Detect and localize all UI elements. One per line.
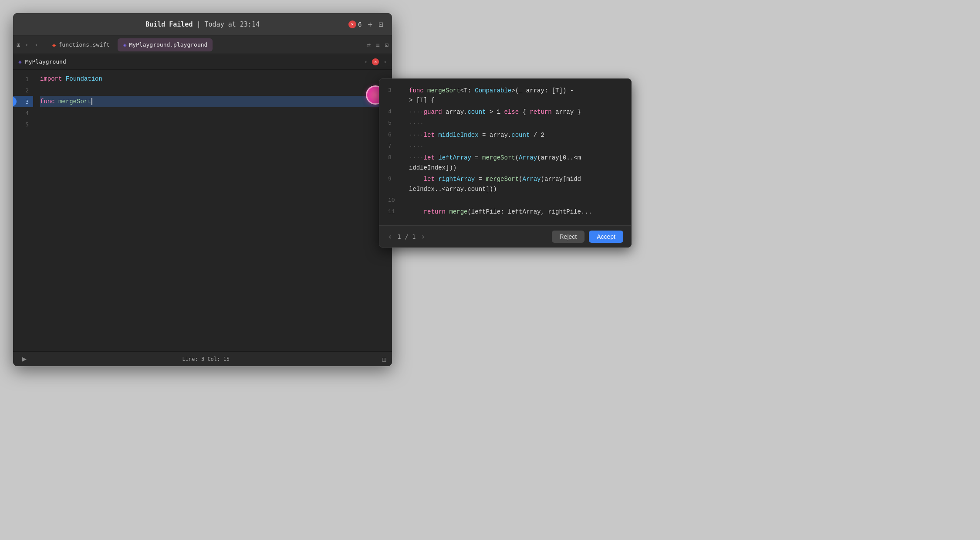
swift-file-icon: ◈ (52, 41, 56, 48)
title-bar: Build Failed | Today at 23:14 ✕ 6 + ⊡ (13, 13, 392, 36)
suggestion-prev-button[interactable]: ‹ (387, 231, 393, 242)
title-separator: | (196, 20, 204, 28)
code-line-4 (40, 107, 385, 119)
line-num-5: 5 (13, 119, 33, 130)
line-numbers: 1 2 3 ▶ 4 5 (13, 70, 33, 351)
split-view-icon[interactable]: ⊡ (378, 20, 383, 29)
sugg-line-4: 4 ····guard array.count > 1 else { retur… (388, 107, 622, 117)
sugg-linenum-11: 11 (388, 207, 401, 217)
line-num-3: 3 ▶ (13, 96, 33, 107)
tab-bar-right: ⇄ ≡ ⊡ (367, 41, 389, 48)
sugg-code-8: ····let leftArray = mergeSort(Array(arra… (409, 153, 581, 173)
run-line-indicator[interactable]: ▶ (13, 97, 17, 106)
cursor-position: Line: 3 Col: 15 (182, 356, 230, 362)
status-run-button[interactable]: ▶ (19, 354, 30, 364)
sugg-code-7: ···· (409, 142, 424, 151)
split-editor-icon[interactable]: ⊡ (385, 41, 389, 48)
sugg-code-3: func mergeSort<T: Comparable>(_ array: [… (409, 86, 574, 105)
sugg-linenum-10: 10 (388, 196, 401, 205)
sugg-code-5: ···· (409, 119, 424, 128)
sugg-line-7: 7 ···· (388, 142, 622, 151)
code-editor[interactable]: import Foundation func mergeSort (33, 70, 392, 351)
path-nav-forward[interactable]: › (383, 58, 387, 65)
editor-content: 1 2 3 ▶ 4 5 import Foundation func merge… (13, 70, 392, 351)
tab-bar-left: ⊞ ‹ › (17, 41, 39, 49)
tab-bar: ⊞ ‹ › ◈ functions.swift ◈ MyPlayground.p… (13, 36, 392, 54)
playground-file-icon: ◈ (123, 41, 126, 48)
sugg-code-4: ····guard array.count > 1 else { return … (409, 107, 581, 117)
suggestion-navigation: ‹ 1 / 1 › (387, 231, 426, 242)
file-path-controls: ‹ ✕ › (364, 58, 387, 65)
code-line-5 (40, 119, 385, 130)
close-file-button[interactable]: ✕ (372, 58, 379, 65)
list-icon[interactable]: ≡ (376, 41, 379, 48)
sugg-linenum-8: 8 (388, 153, 401, 163)
error-icon: ✕ (348, 20, 356, 28)
line-num-2: 2 (13, 85, 33, 96)
tab-functions-swift-label: functions.swift (59, 41, 110, 48)
keyword-func: func (40, 98, 55, 105)
tab-functions-swift[interactable]: ◈ functions.swift (47, 38, 115, 51)
sugg-linenum-4: 4 (388, 107, 401, 117)
line-num-4: 4 (13, 107, 33, 119)
sugg-linenum-9: 9 (388, 174, 401, 184)
grid-icon[interactable]: ⊞ (17, 41, 20, 48)
error-badge: ✕ 6 (348, 20, 362, 28)
sugg-linenum-6: 6 (388, 130, 401, 140)
suggestion-pagination: 1 / 1 (397, 233, 416, 240)
status-settings-icon[interactable]: ◫ (382, 356, 386, 363)
path-nav-back[interactable]: ‹ (364, 58, 368, 65)
suggestion-next-button[interactable]: › (420, 231, 426, 242)
title-bar-controls: ✕ 6 + ⊡ (348, 20, 383, 29)
text-cursor (91, 98, 92, 105)
keyword-import: import (40, 75, 62, 82)
tab-myplayground[interactable]: ◈ MyPlayground.playground (118, 38, 213, 51)
suggestion-popup: 3 func mergeSort<T: Comparable>(_ array:… (379, 78, 632, 248)
build-status: Build Failed (145, 20, 193, 28)
refresh-icon[interactable]: ⇄ (367, 41, 371, 48)
type-foundation: Foundation (66, 75, 102, 82)
suggestion-code-area: 3 func mergeSort<T: Comparable>(_ array:… (379, 79, 631, 225)
sugg-line-11: 11 return merge(leftPile: leftArray, rig… (388, 207, 622, 217)
suggestion-footer: ‹ 1 / 1 › Reject Accept (379, 225, 631, 247)
xcode-window: Build Failed | Today at 23:14 ✕ 6 + ⊡ ⊞ … (13, 13, 392, 366)
sugg-line-10: 10 (388, 196, 622, 205)
code-line-3: func mergeSort (40, 96, 385, 107)
status-bar: ▶ Line: 3 Col: 15 ◫ (13, 351, 392, 366)
code-line-1: import Foundation (40, 73, 385, 85)
reject-button[interactable]: Reject (552, 231, 585, 243)
file-name: MyPlayground (25, 58, 66, 65)
sugg-line-9: 9 let rightArray = mergeSort(Array(array… (388, 174, 622, 194)
nav-forward-button[interactable]: › (33, 41, 39, 49)
editor-area: 1 2 3 ▶ 4 5 import Foundation func merge… (13, 70, 392, 366)
sugg-line-5: 5 ···· (388, 119, 622, 128)
sugg-line-6: 6 ····let middleIndex = array.count / 2 (388, 130, 622, 140)
file-type-icon: ◈ (18, 58, 22, 65)
title-bar-text: Build Failed | Today at 23:14 (145, 20, 260, 28)
sugg-code-9: let rightArray = mergeSort(Array(array[m… (409, 174, 581, 194)
sugg-line-8: 8 ····let leftArray = mergeSort(Array(ar… (388, 153, 622, 173)
suggestion-actions: Reject Accept (552, 231, 624, 243)
file-path-bar: ◈ MyPlayground ‹ ✕ › (13, 54, 392, 70)
sugg-linenum-7: 7 (388, 142, 401, 151)
build-timestamp: Today at 23:14 (205, 20, 260, 28)
line-num-1: 1 (13, 73, 33, 85)
func-name: mergeSort (58, 98, 91, 105)
sugg-code-11: return merge(leftPile: leftArray, rightP… (409, 207, 592, 217)
error-count: 6 (358, 21, 362, 28)
add-tab-icon[interactable]: + (368, 20, 372, 29)
sugg-code-6: ····let middleIndex = array.count / 2 (409, 130, 544, 140)
sugg-linenum-3: 3 (388, 86, 401, 95)
accept-button[interactable]: Accept (589, 231, 623, 243)
code-line-2 (40, 85, 385, 96)
sugg-linenum-5: 5 (388, 119, 401, 128)
sugg-line-3: 3 func mergeSort<T: Comparable>(_ array:… (388, 86, 622, 105)
nav-back-button[interactable]: ‹ (24, 41, 30, 49)
tab-myplayground-label: MyPlayground.playground (129, 41, 207, 48)
